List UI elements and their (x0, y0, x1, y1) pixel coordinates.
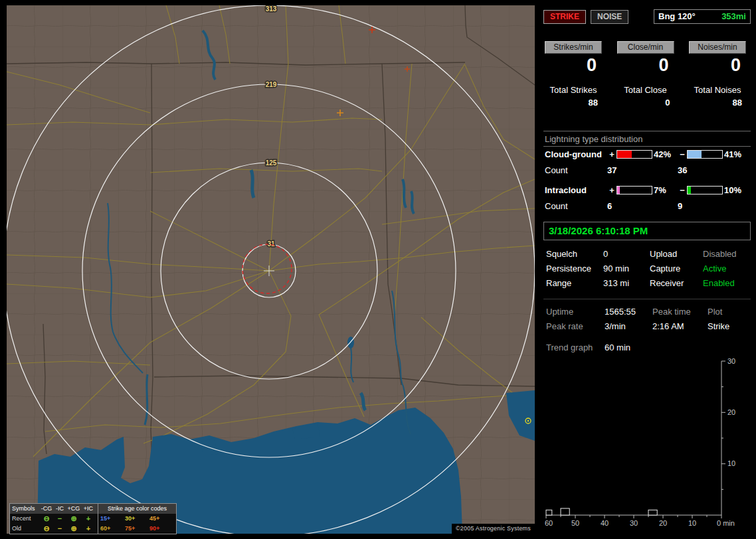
age-45: 45+ (149, 514, 174, 524)
peak-rate-label: Peak rate (546, 321, 605, 331)
cg-negative-count: 36 (678, 165, 724, 175)
noises-per-min-button[interactable]: Noises/min (689, 41, 746, 54)
rates-row: Strikes/min 0 Total Strikes 88 Close/min… (545, 41, 746, 108)
strike-mode-button[interactable]: STRIKE (543, 10, 586, 24)
old-ncg-icon: ⊖ (40, 524, 53, 533)
ic-negative-count: 9 (678, 201, 724, 211)
bearing-readout: Bng 120° 353mi (654, 9, 751, 24)
y-tick-30: 30 (727, 357, 735, 365)
old-nic-icon: − (53, 524, 66, 533)
strikes-per-min-button[interactable]: Strikes/min (545, 41, 602, 54)
x-tick-30: 30 (630, 519, 638, 527)
capture-label: Capture (650, 264, 703, 273)
count-label: Count (545, 165, 607, 175)
intracloud-count-row: Count 6 9 (545, 201, 753, 211)
strikes-per-min-column: Strikes/min 0 Total Strikes 88 (545, 41, 602, 108)
y-tick-20: 20 (727, 408, 735, 416)
cg-negative-pct: 41% (724, 149, 746, 159)
ring-label-31: 31 (267, 240, 275, 248)
minus-sign: − (678, 185, 687, 195)
distribution-title: Lightning type distribution (545, 134, 642, 144)
legend-col-pcg: +CG (66, 504, 81, 514)
total-strikes-value: 88 (545, 98, 602, 108)
ic-negative-pct: 10% (724, 185, 746, 195)
close-per-min-column: Close/min 0 Total Close 0 (617, 41, 674, 108)
trend-graph-label: Trend graph (546, 343, 605, 352)
ic-positive-count: 6 (607, 201, 654, 211)
strikes-per-min-value: 0 (545, 56, 602, 74)
cg-positive-pct: 42% (654, 149, 678, 159)
cloud-ground-label: Cloud-ground (545, 149, 607, 159)
noises-per-min-column: Noises/min 0 Total Noises 88 (689, 41, 746, 108)
trend-graph-row: Trend graph 60 min (546, 343, 630, 352)
x-tick-10: 10 (688, 519, 696, 527)
count-label: Count (545, 201, 607, 211)
noise-mode-button[interactable]: NOISE (591, 10, 628, 24)
legend-old-label: Old (12, 524, 40, 534)
minus-sign: − (678, 149, 687, 159)
bearing-label: Bng 120° (658, 11, 696, 21)
uptime-value: 1565:55 (605, 307, 652, 317)
old-pic-icon: + (81, 524, 96, 533)
datetime-display: 3/18/2026 6:10:18 PM (543, 222, 751, 240)
legend-col-nic: -IC (53, 504, 66, 514)
persistence-label: Persistence (546, 264, 603, 273)
old-pcg-icon: ⊕ (66, 524, 81, 533)
ic-negative-bar (687, 186, 723, 194)
capture-status: Active (703, 264, 752, 273)
intracloud-row: Intracloud + 7% − 10% (545, 185, 753, 195)
age-15: 15+ (100, 514, 125, 524)
total-strikes-label: Total Strikes (545, 85, 602, 95)
cg-positive-count: 37 (607, 165, 654, 175)
divider (543, 299, 751, 299)
ring-label-125: 125 (266, 159, 277, 167)
x-tick-40: 40 (601, 519, 609, 527)
ic-positive-bar (616, 186, 652, 194)
recent-nic-icon: − (53, 514, 66, 523)
cloud-ground-row: Cloud-ground + 42% − 41% (545, 149, 753, 159)
squelch-label: Squelch (546, 249, 603, 259)
legend-symbols-header: Symbols (12, 504, 40, 514)
divider (543, 131, 751, 131)
recent-pic-icon: + (81, 514, 96, 523)
status-panel: STRIKE NOISE Bng 120° 353mi Strikes/min … (541, 0, 756, 539)
plot-label: Plot (708, 307, 752, 317)
map-legend: Symbols -CG -IC +CG +IC Recent ⊖ − ⊕ + O… (9, 503, 177, 534)
legend-age-header: Strike age color codes (108, 505, 167, 512)
cloud-ground-count-row: Count 37 36 (545, 165, 753, 175)
divider (543, 146, 751, 147)
stats-grid: Uptime 1565:55 Peak time Plot Peak rate … (546, 307, 752, 331)
close-per-min-button[interactable]: Close/min (617, 41, 674, 54)
x-tick-50: 50 (571, 519, 579, 527)
noises-per-min-value: 0 (689, 56, 746, 74)
recent-pcg-icon: ⊕ (66, 514, 81, 523)
map-canvas: 313 219 125 31 (7, 5, 535, 534)
mode-row: STRIKE NOISE Bng 120° 353mi (543, 9, 751, 24)
legend-col-ncg: -CG (40, 504, 53, 514)
upload-label: Upload (650, 249, 703, 259)
range-label: Range (546, 278, 603, 288)
bearing-distance: 353mi (721, 11, 746, 21)
age-75: 75+ (125, 524, 149, 534)
x-tick-60: 60 (545, 519, 553, 527)
peak-rate-value: 3/min (605, 321, 652, 331)
age-30: 30+ (125, 514, 149, 524)
total-close-label: Total Close (617, 85, 674, 95)
age-60: 60+ (100, 524, 125, 534)
x-tick-20: 20 (659, 519, 667, 527)
peak-time-value: 2:16 AM (652, 321, 708, 331)
plus-sign: + (607, 185, 616, 195)
legend-recent-label: Recent (12, 514, 40, 524)
age-90: 90+ (149, 524, 174, 534)
range-value: 313 mi (603, 278, 650, 288)
persistence-value: 90 min (603, 264, 650, 273)
receiver-status: Enabled (703, 278, 752, 288)
close-per-min-value: 0 (617, 56, 674, 74)
lightning-map[interactable]: 313 219 125 31 Symbols -CG -IC +CG +IC (7, 5, 535, 534)
copyright-text: ©2005 Astrogenic Systems (452, 524, 535, 534)
ic-positive-pct: 7% (654, 185, 678, 195)
total-noises-value: 88 (689, 98, 746, 108)
recent-ncg-icon: ⊖ (40, 514, 53, 523)
cg-positive-bar (616, 150, 652, 159)
trend-chart: 30 20 10 60 50 40 30 20 10 0 min (543, 356, 752, 536)
